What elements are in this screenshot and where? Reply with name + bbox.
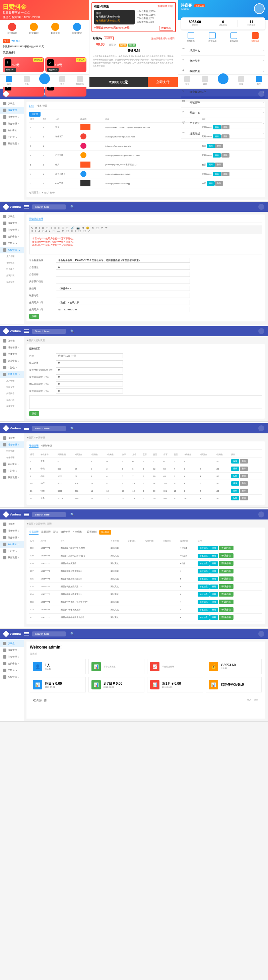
task-card-2[interactable]: 抖音任务 1.8元剩余999+ <box>45 57 86 72</box>
pay-now-button[interactable]: 立即支付 <box>148 77 178 87</box>
sidebar-ad[interactable]: 广告位 › <box>0 548 24 554</box>
nav-center[interactable] <box>214 76 232 86</box>
search-input[interactable]: Search here <box>32 204 66 210</box>
nav-wallet[interactable]: 钱包 <box>54 76 71 86</box>
edit-button[interactable]: 编辑 <box>213 172 221 176</box>
sidebar-douke[interactable]: 抖客管理 › <box>0 647 24 654</box>
editor-content[interactable]: 恭喜id为*****的用户获得****元可享礼包。 恭喜id为*****的用户获… <box>29 234 262 255</box>
sidebar-sub-withdraw-set[interactable]: 提现设置 <box>0 279 24 285</box>
sidebar-douke[interactable]: 抖客管理 › <box>0 220 24 227</box>
delete-button[interactable]: 删除 <box>240 488 248 493</box>
sidebar-sub-user[interactable]: 用户管理 <box>0 378 24 384</box>
tab-help[interactable]: 帮助信息管理 <box>29 217 43 221</box>
nav-center[interactable] <box>35 76 53 86</box>
menu-help[interactable]: ?帮助中心› <box>181 108 265 118</box>
add-button[interactable]: +添加 <box>29 112 41 117</box>
hamburger-icon[interactable] <box>24 632 29 635</box>
search-input[interactable]: Search here <box>32 632 66 636</box>
level-button[interactable]: 等级合格 <box>219 576 233 581</box>
header-avatar[interactable] <box>258 631 264 637</box>
view-button[interactable]: 查看 <box>210 615 218 620</box>
stat-available[interactable]: 11可抢任务 <box>238 20 265 27</box>
sidebar-sub-level[interactable]: 等级设置 <box>0 384 24 390</box>
form-input[interactable] <box>56 374 123 379</box>
sidebar-member[interactable]: 会员中心 › <box>0 660 24 667</box>
edit-button[interactable]: 修改信息 <box>198 608 210 612</box>
action-gold[interactable]: 兼金兼职 <box>44 23 66 35</box>
sidebar-settings[interactable]: 系统设置 › <box>0 674 24 680</box>
stat-ongoing[interactable]: 0进行任务 <box>209 20 237 27</box>
sidebar-sub-level[interactable]: 等级设置 <box>0 260 24 266</box>
edit-button[interactable]: 编辑 <box>231 459 239 463</box>
sidebar-sub-withdraw[interactable]: 提现列表 <box>0 397 24 403</box>
search-icon[interactable]: 🔍 <box>70 205 74 208</box>
sidebar-task[interactable]: 任务管理 › <box>0 351 24 358</box>
edit-button[interactable]: 编辑 <box>231 496 239 500</box>
form-input[interactable] <box>56 307 190 312</box>
hamburger-icon[interactable] <box>24 329 29 333</box>
edit-button[interactable]: 修改信息 <box>198 600 210 604</box>
form-input[interactable] <box>56 265 190 270</box>
sidebar-ad[interactable]: 广告位 › <box>0 134 24 140</box>
edit-button[interactable]: 编辑 <box>231 466 239 471</box>
level-button[interactable]: 等级合格 <box>219 592 233 597</box>
level-button[interactable]: 等级合格 <box>219 561 233 566</box>
hamburger-icon[interactable] <box>24 426 29 430</box>
sidebar-dashboard[interactable]: 仪表盘 <box>0 521 24 528</box>
sidebar-dashboard[interactable]: 仪表盘 <box>0 640 24 647</box>
tab-slide-settings[interactable]: +幻灯设置 <box>36 104 47 108</box>
sidebar-member[interactable]: 会员中心 › <box>0 127 24 134</box>
view-button[interactable]: 查看 <box>210 546 218 550</box>
sidebar-settings[interactable]: 系统设置 › <box>0 554 24 561</box>
menu-password[interactable]: ⚿修改密码› <box>181 97 265 108</box>
search-icon[interactable]: 🔍 <box>70 632 74 635</box>
delete-button[interactable]: 删除 <box>240 481 248 486</box>
edit-button[interactable]: 修改信息 <box>198 615 210 620</box>
export-button[interactable]: 导出数据 <box>99 530 111 535</box>
view-button[interactable]: 查看 <box>210 608 218 612</box>
sidebar-member[interactable]: 会员中心 › <box>0 461 24 468</box>
edit-button[interactable]: 修改信息 <box>198 584 210 589</box>
view-button[interactable]: 查看 <box>210 592 218 597</box>
level-button[interactable]: 等级合格 <box>219 600 233 604</box>
level-button[interactable]: 等级合格 <box>219 615 233 620</box>
logo[interactable]: Ventura <box>4 426 21 431</box>
tab[interactable]: 短信管理 <box>61 530 70 535</box>
search-input[interactable]: Search here <box>32 329 66 334</box>
form-input[interactable] <box>56 382 123 387</box>
earnings-btn[interactable]: 收益中心 <box>159 26 173 30</box>
sidebar-ad[interactable]: 广告位 › <box>0 667 24 674</box>
sidebar-ad[interactable]: 广告位 › <box>0 468 24 474</box>
edit-button[interactable]: 修改信息 <box>198 592 210 597</box>
sidebar-sub-withdraw-set[interactable]: 提现设置 <box>0 403 24 410</box>
form-input[interactable] <box>56 388 123 393</box>
delete-button[interactable]: 删除 <box>215 144 223 148</box>
view-button[interactable]: 查看 <box>210 600 218 604</box>
nav-home[interactable]: 首页 <box>178 76 196 86</box>
edit-button[interactable]: 编辑 <box>213 153 221 158</box>
tab[interactable]: 设置类别 <box>87 530 97 535</box>
form-input[interactable] <box>56 286 190 291</box>
hamburger-icon[interactable] <box>24 205 29 208</box>
edit-button[interactable]: 编辑 <box>207 144 215 148</box>
tab-levels[interactable]: 等级管理 <box>29 444 38 448</box>
search-input[interactable]: Search here <box>32 426 66 431</box>
sidebar-task[interactable]: 任务管理 › <box>0 534 24 541</box>
sidebar-douke[interactable]: 抖客管理 › <box>0 528 24 534</box>
header-avatar[interactable] <box>258 328 264 334</box>
tab[interactable]: + 生成海 <box>73 530 82 535</box>
header-avatar[interactable] <box>258 204 264 210</box>
sidebar-dashboard[interactable]: 仪表盘 <box>0 435 24 441</box>
sidebar-dashboard[interactable]: 仪表盘 <box>0 337 24 344</box>
form-input[interactable] <box>56 353 123 358</box>
sidebar-settings[interactable]: 系统设置 ⌄ <box>0 247 24 253</box>
sidebar-sub-task[interactable]: 任务管理 <box>0 455 24 461</box>
edit-button[interactable]: 修改信息 <box>198 546 210 550</box>
sidebar-task[interactable]: 任务管理 › <box>0 227 24 233</box>
view-button[interactable]: 查看 <box>210 584 218 589</box>
tab-slides[interactable]: 幻灯 <box>29 104 34 108</box>
sidebar-ad[interactable]: 广告位 › <box>0 364 24 371</box>
search-input[interactable]: Search here <box>32 512 66 517</box>
sidebar-dashboard[interactable]: 仪表盘 <box>0 213 24 220</box>
action-newcard[interactable]: 新卡提醒 <box>2 23 23 35</box>
